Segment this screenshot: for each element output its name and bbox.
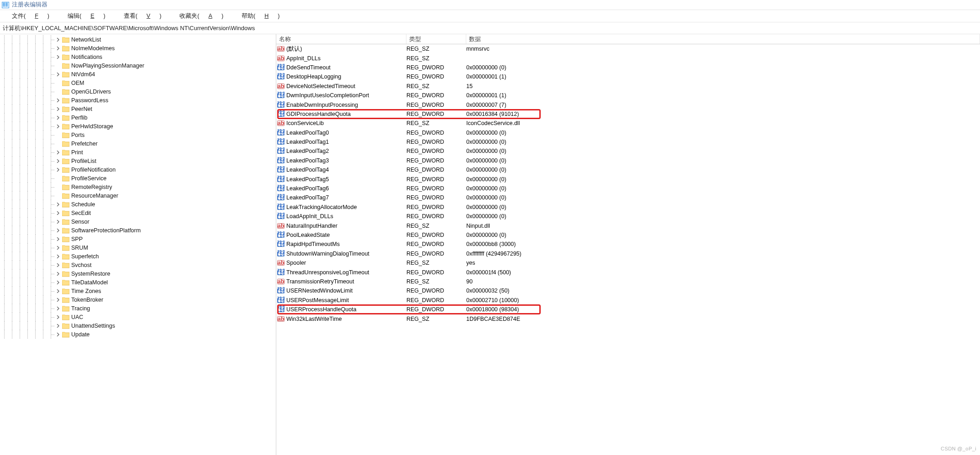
tree-expander-icon[interactable]	[54, 45, 62, 52]
value-row[interactable]: abIconServiceLibREG_SZIconCodecService.d…	[276, 119, 980, 128]
value-row[interactable]: 011110USERPostMessageLimitREG_DWORD0x000…	[276, 296, 980, 305]
tree-expander-icon[interactable]	[54, 201, 62, 208]
value-row[interactable]: 011110PoolLeakedStateREG_DWORD0x00000000…	[276, 230, 980, 240]
value-row[interactable]: 011110DdeSendTimeoutREG_DWORD0x00000000 …	[276, 63, 980, 72]
tree-expander-icon[interactable]	[54, 227, 62, 234]
tree-item[interactable]: NtVdm64	[0, 70, 276, 78]
header-type[interactable]: 类型	[406, 34, 466, 44]
tree-item[interactable]: NetworkList	[0, 35, 276, 44]
tree-expander-icon[interactable]	[54, 71, 62, 78]
menu-file[interactable]: 文件(F)	[3, 10, 58, 22]
tree-item[interactable]: OpenGLDrivers	[0, 87, 276, 96]
tree-expander-icon[interactable]	[54, 244, 62, 251]
tree-expander-icon[interactable]	[54, 157, 62, 165]
value-row[interactable]: abWin32kLastWriteTimeREG_SZ1D9FBCAE3ED87…	[276, 314, 980, 323]
tree-item[interactable]: Schedule	[0, 200, 276, 209]
tree-expander-icon[interactable]	[54, 305, 62, 312]
tree-item[interactable]: TileDataModel	[0, 278, 276, 287]
value-row[interactable]: 011110LeakedPoolTag4REG_DWORD0x00000000 …	[276, 165, 980, 174]
tree-item[interactable]: ProfileNotification	[0, 165, 276, 174]
tree-item[interactable]: TokenBroker	[0, 295, 276, 304]
tree-expander-icon[interactable]	[54, 97, 62, 104]
tree-item[interactable]: ProfileList	[0, 157, 276, 165]
value-row[interactable]: 011110RapidHpdTimeoutMsREG_DWORD0x00000b…	[276, 240, 980, 249]
tree-item[interactable]: Prefetcher	[0, 139, 276, 148]
tree-item[interactable]: ResourceManager	[0, 191, 276, 200]
tree-expander-icon[interactable]	[54, 114, 62, 121]
tree-expander-icon[interactable]	[54, 149, 62, 156]
tree-item[interactable]: Ports	[0, 131, 276, 139]
tree-item[interactable]: Svchost	[0, 261, 276, 269]
tree-item[interactable]: OEM	[0, 78, 276, 87]
value-row[interactable]: 011110LeakedPoolTag6REG_DWORD0x00000000 …	[276, 184, 980, 193]
tree-item[interactable]: Update	[0, 330, 276, 339]
tree-item[interactable]: SecEdit	[0, 209, 276, 217]
tree-item[interactable]: ProfileService	[0, 174, 276, 183]
menu-help[interactable]: 帮助(H)	[232, 10, 289, 22]
tree-item[interactable]: SystemRestore	[0, 269, 276, 278]
tree-expander-icon[interactable]	[54, 105, 62, 113]
tree-item[interactable]: Tracing	[0, 304, 276, 313]
tree-expander-icon[interactable]	[54, 166, 62, 173]
value-row[interactable]: abNaturalInputHandlerREG_SZNinput.dll	[276, 221, 980, 230]
menu-favorites[interactable]: 收藏夹(A)	[170, 10, 232, 22]
value-row[interactable]: 011110GDIProcessHandleQuotaREG_DWORD0x00…	[276, 110, 980, 119]
value-row[interactable]: 011110USERProcessHandleQuotaREG_DWORD0x0…	[276, 305, 980, 314]
tree-expander-icon[interactable]	[54, 261, 62, 269]
tree-item[interactable]: SRUM	[0, 243, 276, 252]
tree-expander-icon[interactable]	[54, 270, 62, 277]
value-row[interactable]: 011110DesktopHeapLoggingREG_DWORD0x00000…	[276, 72, 980, 81]
value-row[interactable]: 011110LeakTrackingAllocatorModeREG_DWORD…	[276, 203, 980, 212]
tree-expander-icon[interactable]	[54, 314, 62, 321]
tree-item[interactable]: SPP	[0, 235, 276, 243]
tree-expander-icon[interactable]	[54, 331, 62, 338]
tree-expander-icon[interactable]	[54, 209, 62, 217]
tree-item[interactable]: UAC	[0, 313, 276, 321]
tree-expander-icon[interactable]	[54, 53, 62, 61]
tree-item[interactable]: Time Zones	[0, 287, 276, 295]
tree-item[interactable]: NoImeModeImes	[0, 44, 276, 52]
tree-expander-icon[interactable]	[54, 322, 62, 329]
tree-expander-icon[interactable]	[54, 296, 62, 303]
address-bar[interactable]: 计算机\HKEY_LOCAL_MACHINE\SOFTWARE\Microsof…	[0, 22, 980, 34]
value-row[interactable]: 011110EnableDwmInputProcessingREG_DWORD0…	[276, 100, 980, 109]
header-name[interactable]: 名称	[276, 34, 406, 44]
tree-item[interactable]: Notifications	[0, 52, 276, 61]
value-row[interactable]: 011110LoadAppInit_DLLsREG_DWORD0x0000000…	[276, 212, 980, 221]
value-row[interactable]: 011110LeakedPoolTag0REG_DWORD0x00000000 …	[276, 128, 980, 137]
tree-item[interactable]: SoftwareProtectionPlatform	[0, 226, 276, 235]
tree-expander-icon[interactable]	[54, 253, 62, 260]
tree-item[interactable]: Superfetch	[0, 252, 276, 261]
value-row[interactable]: 011110LeakedPoolTag7REG_DWORD0x00000000 …	[276, 193, 980, 202]
value-row[interactable]: 011110LeakedPoolTag3REG_DWORD0x00000000 …	[276, 156, 980, 165]
tree-expander-icon[interactable]	[54, 123, 62, 130]
tree-item[interactable]: Print	[0, 148, 276, 157]
tree-item[interactable]: Sensor	[0, 217, 276, 226]
value-row[interactable]: abAppInit_DLLsREG_SZ	[276, 53, 980, 63]
menu-view[interactable]: 查看(V)	[115, 10, 171, 22]
value-row[interactable]: ab(默认)REG_SZmnmsrvc	[276, 44, 980, 53]
value-row[interactable]: abSpoolerREG_SZyes	[276, 258, 980, 267]
value-row[interactable]: 011110ShutdownWarningDialogTimeoutREG_DW…	[276, 249, 980, 258]
tree-item[interactable]: Perflib	[0, 113, 276, 122]
value-row[interactable]: abTransmissionRetryTimeoutREG_SZ90	[276, 277, 980, 286]
value-row[interactable]: 011110LeakedPoolTag1REG_DWORD0x00000000 …	[276, 137, 980, 146]
value-row[interactable]: 011110LeakedPoolTag2REG_DWORD0x00000000 …	[276, 146, 980, 156]
value-row[interactable]: abDeviceNotSelectedTimeoutREG_SZ15	[276, 82, 980, 91]
tree-item[interactable]: PeerNet	[0, 105, 276, 113]
header-data[interactable]: 数据	[466, 34, 980, 44]
tree-expander-icon[interactable]	[54, 288, 62, 295]
value-row[interactable]: 011110LeakedPoolTag5REG_DWORD0x00000000 …	[276, 174, 980, 183]
tree-expander-icon[interactable]	[54, 279, 62, 286]
tree-expander-icon[interactable]	[54, 218, 62, 225]
tree-expander-icon[interactable]	[54, 235, 62, 243]
tree-item[interactable]: UnattendSettings	[0, 321, 276, 330]
menu-edit[interactable]: 编辑(E)	[58, 10, 115, 22]
value-row[interactable]: 011110DwmInputUsesIoCompletionPortREG_DW…	[276, 91, 980, 100]
tree-item[interactable]: RemoteRegistry	[0, 183, 276, 191]
tree-pane[interactable]: NetworkListNoImeModeImesNotificationsNow…	[0, 34, 276, 455]
tree-item[interactable]: PerHwIdStorage	[0, 122, 276, 131]
tree-expander-icon[interactable]	[54, 36, 62, 43]
tree-item[interactable]: NowPlayingSessionManager	[0, 61, 276, 70]
values-pane[interactable]: 名称 类型 数据 ab(默认)REG_SZmnmsrvcabAppInit_DL…	[276, 34, 980, 455]
